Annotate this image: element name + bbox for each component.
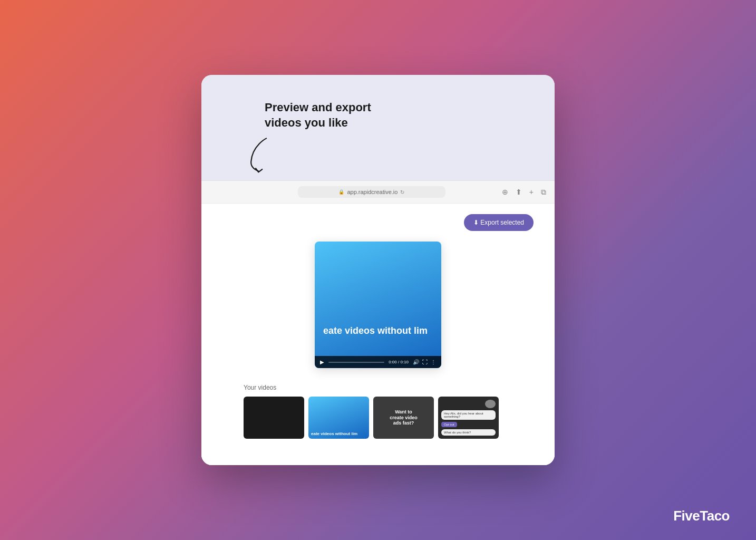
browser-section: 🔒 app.rapidcreative.io ↻ ⊕ ⬆ + ⧉ ⬇ Expor… [201,180,555,465]
export-label: ⬇ Export selected [473,219,524,226]
refresh-icon: ↻ [400,189,404,195]
your-videos-section: Your videos eate videos without lim Want… [222,384,534,449]
curved-arrow-icon [244,136,275,173]
thumb4-btn: Opt out [441,422,457,427]
time-display: 0:00 / 0:10 [389,360,409,364]
thumbnail-4[interactable]: Hey Alix, did you hear about something? … [438,397,499,439]
thumb3-line3: ads fast? [393,420,414,426]
video-thumbnails: eate videos without lim Want to create v… [244,397,512,439]
preview-title: Preview and export videos you like [265,100,381,130]
browser-url-bar[interactable]: 🔒 app.rapidcreative.io ↻ [298,186,445,198]
thumb4-profile [485,400,496,408]
thumb3-inner: Want to create video ads fast? [373,397,434,439]
thumb3-line2: create video [390,415,418,420]
browser-bar: 🔒 app.rapidcreative.io ↻ ⊕ ⬆ + ⧉ [201,181,555,204]
thumb3-text: Want to create video ads fast? [390,409,418,426]
export-selected-button[interactable]: ⬇ Export selected [464,214,534,231]
arrow-container [244,136,275,175]
video-frame: eate videos without lim ▶ 0:00 / 0:10 🔊 … [315,242,441,368]
video-preview: eate videos without lim ▶ 0:00 / 0:10 🔊 … [315,242,441,368]
add-bookmark-icon[interactable]: ⊕ [502,188,508,196]
volume-icon[interactable]: 🔊 [413,359,419,365]
thumb4-bubble2: What do you think? [441,429,496,436]
browser-actions: ⊕ ⬆ + ⧉ [502,188,546,197]
top-section: Preview and export videos you like [201,75,555,180]
export-bar: ⬇ Export selected [222,214,534,231]
tabs-icon[interactable]: ⧉ [541,188,546,197]
your-videos-label: Your videos [244,384,512,391]
thumbnail-2[interactable]: eate videos without lim [308,397,369,439]
main-card: Preview and export videos you like 🔒 app… [201,75,555,465]
thumb4-bubble1: Hey Alix, did you hear about something? [441,410,496,420]
thumbnail-1[interactable] [244,397,304,439]
thumbnail-3[interactable]: Want to create video ads fast? [373,397,434,439]
browser-content: ⬇ Export selected eate videos without li… [201,204,555,465]
video-controls: ▶ 0:00 / 0:10 🔊 ⛶ ⋮ [315,356,441,368]
thumb2-text: eate videos without lim [311,431,357,436]
play-icon[interactable]: ▶ [320,359,324,365]
progress-bar[interactable] [328,362,384,363]
title-line2: videos you like [265,116,348,129]
fullscreen-icon[interactable]: ⛶ [422,359,428,365]
title-line1: Preview and export [265,101,371,114]
video-control-icons: 🔊 ⛶ ⋮ [413,359,436,365]
url-text: app.rapidcreative.io [347,189,398,195]
fivetaco-branding: FiveTaco [673,508,730,524]
more-options-icon[interactable]: ⋮ [431,359,436,365]
branding-label: FiveTaco [673,508,730,524]
share-icon[interactable]: ⬆ [516,188,522,196]
new-tab-icon[interactable]: + [529,188,534,196]
thumb3-line1: Want to [395,409,412,414]
lock-icon: 🔒 [338,189,344,195]
video-overlay-text: eate videos without lim [315,325,441,336]
